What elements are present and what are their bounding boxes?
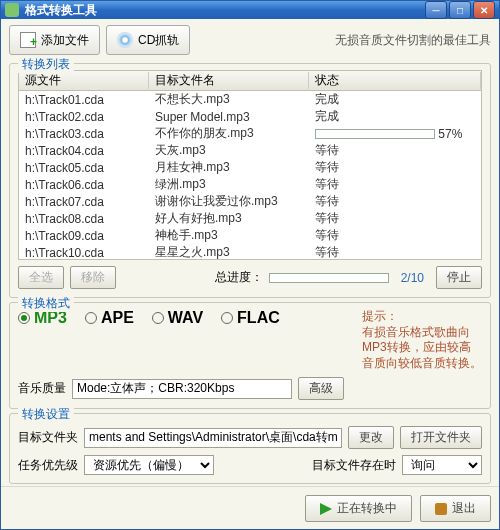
toolbar: 添加文件 CD抓轨 无损音质文件切割的最佳工具 xyxy=(1,19,499,61)
dir-label: 目标文件夹 xyxy=(18,429,78,446)
format-label: WAV xyxy=(168,309,203,327)
convert-button[interactable]: 正在转换中 xyxy=(305,495,412,522)
advanced-button[interactable]: 高级 xyxy=(298,377,344,400)
cd-rip-button[interactable]: CD抓轨 xyxy=(106,25,190,55)
format-panel: 转换格式 MP3APEWAVFLAC 提示： 有损音乐格式歌曲向MP3转换，应由… xyxy=(9,302,491,409)
cell-src: h:\Track05.cda xyxy=(19,161,149,175)
footer: 正在转换中 退出 xyxy=(1,486,499,530)
add-file-button[interactable]: 添加文件 xyxy=(9,25,100,55)
table-row[interactable]: h:\Track05.cda月桂女神.mp3等待 xyxy=(19,159,481,176)
table-row[interactable]: h:\Track02.cdaSuper Model.mp3完成 xyxy=(19,108,481,125)
exists-label: 目标文件存在时 xyxy=(312,457,396,474)
cell-status: 等待 xyxy=(309,159,481,176)
cd-rip-label: CD抓轨 xyxy=(138,32,179,49)
format-legend: 转换格式 xyxy=(18,295,74,312)
cell-src: h:\Track09.cda xyxy=(19,229,149,243)
cell-dst: 不想长大.mp3 xyxy=(149,91,309,108)
priority-select[interactable]: 资源优先（偏慢） xyxy=(84,455,214,475)
cell-status: 57% xyxy=(309,127,481,141)
cell-dst: 不作你的朋友.mp3 xyxy=(149,125,309,142)
table-row[interactable]: h:\Track07.cda谢谢你让我爱过你.mp3等待 xyxy=(19,193,481,210)
col-src[interactable]: 源文件 xyxy=(19,72,149,89)
minimize-button[interactable]: ─ xyxy=(425,1,447,19)
cell-status: 等待 xyxy=(309,193,481,210)
settings-legend: 转换设置 xyxy=(18,406,74,423)
cell-status: 等待 xyxy=(309,227,481,244)
cell-src: h:\Track01.cda xyxy=(19,93,149,107)
app-icon xyxy=(5,3,19,17)
list-body[interactable]: h:\Track01.cda不想长大.mp3完成h:\Track02.cdaSu… xyxy=(18,90,482,260)
close-button[interactable]: ✕ xyxy=(473,1,495,19)
col-status[interactable]: 状态 xyxy=(309,72,481,89)
table-row[interactable]: h:\Track08.cda好人有好抱.mp3等待 xyxy=(19,210,481,227)
format-radio-flac[interactable]: FLAC xyxy=(221,309,280,327)
quality-label: 音乐质量 xyxy=(18,380,66,397)
cell-src: h:\Track02.cda xyxy=(19,110,149,124)
exit-icon xyxy=(435,503,447,515)
cell-src: h:\Track07.cda xyxy=(19,195,149,209)
cell-dst: 好人有好抱.mp3 xyxy=(149,210,309,227)
maximize-button[interactable]: □ xyxy=(449,1,471,19)
open-dir-button[interactable]: 打开文件夹 xyxy=(400,426,482,449)
total-progress-label: 总进度： xyxy=(215,269,263,286)
radio-icon xyxy=(152,312,164,324)
cell-status: 等待 xyxy=(309,210,481,227)
toolbar-hint: 无损音质文件切割的最佳工具 xyxy=(335,32,491,49)
cell-dst: 绿洲.mp3 xyxy=(149,176,309,193)
radio-icon xyxy=(221,312,233,324)
cell-dst: 天灰.mp3 xyxy=(149,142,309,159)
cell-dst: 谢谢你让我爱过你.mp3 xyxy=(149,193,309,210)
priority-label: 任务优先级 xyxy=(18,457,78,474)
convert-list-legend: 转换列表 xyxy=(18,56,74,73)
cell-dst: 星星之火.mp3 xyxy=(149,244,309,260)
format-radio-ape[interactable]: APE xyxy=(85,309,134,327)
cell-src: h:\Track03.cda xyxy=(19,127,149,141)
progress-count: 2/10 xyxy=(401,271,424,285)
cd-icon xyxy=(117,32,133,48)
format-radio-wav[interactable]: WAV xyxy=(152,309,203,327)
cell-status: 等待 xyxy=(309,244,481,260)
app-window: 格式转换工具 ─ □ ✕ 添加文件 CD抓轨 无损音质文件切割的最佳工具 转换列… xyxy=(0,0,500,530)
remove-button[interactable]: 移除 xyxy=(70,266,116,289)
select-all-button[interactable]: 全选 xyxy=(18,266,64,289)
add-file-label: 添加文件 xyxy=(41,32,89,49)
settings-panel: 转换设置 目标文件夹 更改 打开文件夹 任务优先级 资源优先（偏慢） 目标文件存… xyxy=(9,413,491,484)
quality-input[interactable] xyxy=(72,379,292,399)
cell-status: 完成 xyxy=(309,108,481,125)
cell-src: h:\Track04.cda xyxy=(19,144,149,158)
table-row[interactable]: h:\Track03.cda不作你的朋友.mp3 57% xyxy=(19,125,481,142)
convert-list-panel: 转换列表 源文件 目标文件名 状态 h:\Track01.cda不想长大.mp3… xyxy=(9,63,491,298)
cell-dst: 月桂女神.mp3 xyxy=(149,159,309,176)
titlebar[interactable]: 格式转换工具 ─ □ ✕ xyxy=(1,1,499,19)
cell-src: h:\Track08.cda xyxy=(19,212,149,226)
exists-select[interactable]: 询问 xyxy=(402,455,482,475)
table-row[interactable]: h:\Track01.cda不想长大.mp3完成 xyxy=(19,91,481,108)
exit-button[interactable]: 退出 xyxy=(420,495,491,522)
stop-button[interactable]: 停止 xyxy=(436,266,482,289)
cell-src: h:\Track10.cda xyxy=(19,246,149,260)
cell-dst: 神枪手.mp3 xyxy=(149,227,309,244)
add-file-icon xyxy=(20,32,36,48)
radio-icon xyxy=(18,312,30,324)
list-header: 源文件 目标文件名 状态 xyxy=(18,70,482,90)
col-dst[interactable]: 目标文件名 xyxy=(149,72,309,89)
format-label: APE xyxy=(101,309,134,327)
dir-input[interactable] xyxy=(84,428,342,448)
table-row[interactable]: h:\Track06.cda绿洲.mp3等待 xyxy=(19,176,481,193)
cell-src: h:\Track06.cda xyxy=(19,178,149,192)
cell-status: 等待 xyxy=(309,142,481,159)
table-row[interactable]: h:\Track10.cda星星之火.mp3等待 xyxy=(19,244,481,260)
cell-status: 完成 xyxy=(309,91,481,108)
change-dir-button[interactable]: 更改 xyxy=(348,426,394,449)
format-label: FLAC xyxy=(237,309,280,327)
play-icon xyxy=(320,503,332,515)
window-title: 格式转换工具 xyxy=(25,2,425,19)
cell-status: 等待 xyxy=(309,176,481,193)
table-row[interactable]: h:\Track09.cda神枪手.mp3等待 xyxy=(19,227,481,244)
total-progress-bar xyxy=(269,273,389,283)
radio-icon xyxy=(85,312,97,324)
format-tip: 提示： 有损音乐格式歌曲向MP3转换，应由较高音质向较低音质转换。 xyxy=(362,309,482,371)
cell-dst: Super Model.mp3 xyxy=(149,110,309,124)
table-row[interactable]: h:\Track04.cda天灰.mp3等待 xyxy=(19,142,481,159)
